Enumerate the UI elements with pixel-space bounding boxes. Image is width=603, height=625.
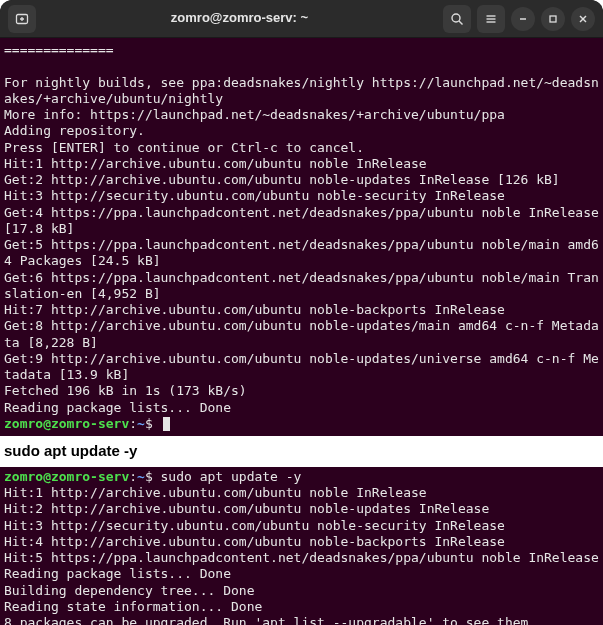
hamburger-icon [484, 12, 498, 26]
output-line: Hit:3 http://security.ubuntu.com/ubuntu … [4, 188, 505, 203]
output-line: For nightly builds, see ppa:deadsnakes/n… [4, 75, 599, 106]
close-button[interactable] [571, 7, 595, 31]
prompt-sigil: $ [145, 469, 153, 484]
search-button[interactable] [443, 5, 471, 33]
prompt-colon: : [129, 416, 137, 431]
svg-rect-9 [550, 16, 556, 22]
output-line: Hit:3 http://security.ubuntu.com/ubuntu … [4, 518, 505, 533]
svg-line-4 [459, 21, 463, 25]
output-line: Reading package lists... Done [4, 566, 231, 581]
output-line: More info: https://launchpad.net/~deadsn… [4, 107, 505, 122]
close-icon [578, 14, 588, 24]
output-line: Press [ENTER] to continue or Ctrl-c to c… [4, 140, 364, 155]
section-heading: sudo apt update -y [0, 436, 603, 467]
output-line: Hit:5 https://ppa.launchpadcontent.net/d… [4, 550, 599, 565]
output-line: Hit:7 http://archive.ubuntu.com/ubuntu n… [4, 302, 505, 317]
terminal-output-2[interactable]: zomro@zomro-serv:~$ sudo apt update -y H… [0, 467, 603, 625]
minimize-button[interactable] [511, 7, 535, 31]
window-title: zomro@zomro-serv: ~ [171, 10, 308, 26]
menu-button[interactable] [477, 5, 505, 33]
titlebar: zomro@zomro-serv: ~ [0, 0, 603, 38]
output-line: Building dependency tree... Done [4, 583, 254, 598]
output-line: Reading package lists... Done [4, 400, 231, 415]
output-line: Hit:2 http://archive.ubuntu.com/ubuntu n… [4, 501, 489, 516]
maximize-button[interactable] [541, 7, 565, 31]
terminal-output-1[interactable]: ============== For nightly builds, see p… [0, 38, 603, 436]
prompt-path: ~ [137, 469, 145, 484]
prompt-user: zomro@zomro-serv [4, 416, 129, 431]
output-line: Get:6 https://ppa.launchpadcontent.net/d… [4, 270, 599, 301]
typed-command: sudo apt update -y [161, 469, 302, 484]
output-line: Get:4 https://ppa.launchpadcontent.net/d… [4, 205, 603, 236]
output-line: Get:9 http://archive.ubuntu.com/ubuntu n… [4, 351, 599, 382]
prompt-sigil: $ [145, 416, 153, 431]
maximize-icon [548, 14, 558, 24]
output-line: Fetched 196 kB in 1s (173 kB/s) [4, 383, 247, 398]
output-line: Get:5 https://ppa.launchpadcontent.net/d… [4, 237, 599, 268]
output-line: Hit:1 http://archive.ubuntu.com/ubuntu n… [4, 485, 427, 500]
terminal-window: zomro@zomro-serv: ~ [0, 0, 603, 436]
prompt-path: ~ [137, 416, 145, 431]
output-line: Get:2 http://archive.ubuntu.com/ubuntu n… [4, 172, 560, 187]
new-tab-button[interactable] [8, 5, 36, 33]
svg-point-3 [452, 14, 460, 22]
minimize-icon [518, 14, 528, 24]
prompt-colon: : [129, 469, 137, 484]
separator-line: ============== [4, 42, 114, 57]
output-line: Reading state information... Done [4, 599, 262, 614]
output-line: Get:8 http://archive.ubuntu.com/ubuntu n… [4, 318, 599, 349]
output-line: Hit:4 http://archive.ubuntu.com/ubuntu n… [4, 534, 505, 549]
output-line: Hit:1 http://archive.ubuntu.com/ubuntu n… [4, 156, 427, 171]
output-line: Adding repository. [4, 123, 145, 138]
new-tab-icon [15, 12, 29, 26]
cursor-icon [163, 417, 170, 431]
prompt-user: zomro@zomro-serv [4, 469, 129, 484]
output-line: 8 packages can be upgraded. Run 'apt lis… [4, 615, 536, 625]
search-icon [450, 12, 464, 26]
